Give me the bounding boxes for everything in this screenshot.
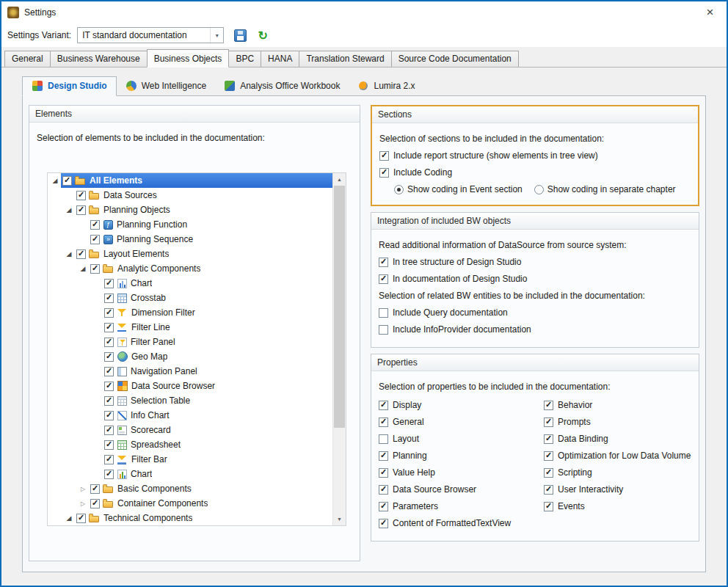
checkbox-row[interactable]: General xyxy=(379,417,544,427)
tree-item-body[interactable]: Chart xyxy=(103,276,333,291)
tree-item[interactable]: Navigation Panel xyxy=(48,364,333,379)
tree-item[interactable]: Scorecard xyxy=(48,423,333,437)
tree-item-body[interactable]: Selection Table xyxy=(103,393,333,408)
main-tab[interactable]: BPC xyxy=(228,51,261,67)
checkbox-row[interactable]: Display xyxy=(379,400,544,410)
checkbox[interactable] xyxy=(544,468,553,478)
tree-item-checkbox[interactable] xyxy=(90,264,100,274)
tree-item[interactable]: Chart xyxy=(48,467,333,481)
checkbox-row[interactable]: In tree structure of Design Studio xyxy=(379,257,691,267)
tree-item-body[interactable]: Planning Sequence xyxy=(89,232,333,247)
main-tab[interactable]: Business Objects xyxy=(147,49,230,68)
checkbox[interactable] xyxy=(379,325,388,335)
tree-item[interactable]: ◢ Planning Objects xyxy=(48,203,333,217)
checkbox-row[interactable]: Prompts xyxy=(544,417,691,427)
expand-toggle-icon[interactable]: ▷ xyxy=(77,500,89,507)
tree-item-body[interactable]: Geo Map xyxy=(103,349,333,364)
tree-item-checkbox[interactable] xyxy=(76,514,86,523)
checkbox[interactable] xyxy=(544,502,553,511)
chevron-down-icon[interactable] xyxy=(210,28,223,43)
tree-item-body[interactable]: Navigation Panel xyxy=(103,364,333,379)
checkbox[interactable] xyxy=(379,274,388,284)
tree-item[interactable]: Filter Panel xyxy=(48,335,333,349)
tree-item[interactable]: Planning Sequence xyxy=(48,232,333,247)
tree-item[interactable]: Info Chart xyxy=(48,408,333,423)
expand-toggle-icon[interactable]: ◢ xyxy=(49,177,61,184)
tree-item-body[interactable]: Spreadsheet xyxy=(103,437,333,452)
tree-item-checkbox[interactable] xyxy=(104,294,114,303)
sub-tab[interactable]: Analysis Office Workbook xyxy=(215,77,349,95)
tree-item-checkbox[interactable] xyxy=(104,396,114,406)
tree-item-body[interactable]: Filter Bar xyxy=(103,452,333,467)
sub-tab[interactable]: Design Studio xyxy=(22,76,117,96)
refresh-button[interactable] xyxy=(255,28,270,43)
tree-item-body[interactable]: Info Chart xyxy=(103,408,333,423)
tree-item-body[interactable]: Basic Components xyxy=(89,481,333,496)
tree-item[interactable]: Planning Function xyxy=(48,217,333,232)
tree-item-checkbox[interactable] xyxy=(76,191,86,200)
tree-item[interactable]: Data Source Browser xyxy=(48,379,333,393)
elements-tree[interactable]: ◢ All Elements Data Sources ◢ Planning O… xyxy=(47,172,346,526)
expand-toggle-icon[interactable]: ◢ xyxy=(63,206,75,214)
checkbox-row[interactable]: Include Query documentation xyxy=(379,307,691,318)
main-tab[interactable]: General xyxy=(4,51,51,67)
tree-item-checkbox[interactable] xyxy=(104,455,114,464)
variant-combobox[interactable]: IT standard documentation xyxy=(77,27,224,43)
tree-item-body[interactable]: Planning Objects xyxy=(75,203,333,217)
checkbox[interactable] xyxy=(379,502,388,511)
tree-item-checkbox[interactable] xyxy=(90,220,100,230)
tree-item[interactable]: ◢ Technical Components xyxy=(48,511,333,525)
checkbox[interactable] xyxy=(544,451,553,461)
sub-tab[interactable]: Web Intelligence xyxy=(117,77,216,95)
checkbox[interactable] xyxy=(544,434,553,444)
tree-item-checkbox[interactable] xyxy=(104,367,114,376)
tree-item-checkbox[interactable] xyxy=(76,205,86,215)
checkbox[interactable] xyxy=(379,451,388,461)
tree-item-body[interactable]: Crosstab xyxy=(103,291,333,305)
checkbox[interactable] xyxy=(544,418,553,427)
tree-item[interactable]: Filter Bar xyxy=(48,452,333,467)
tree-item[interactable]: Filter Line xyxy=(48,320,333,335)
tree-item-checkbox[interactable] xyxy=(62,176,72,186)
tree-item-checkbox[interactable] xyxy=(104,338,114,347)
main-tab[interactable]: Source Code Documentation xyxy=(391,51,519,67)
checkbox[interactable] xyxy=(379,401,388,410)
expand-toggle-icon[interactable]: ◢ xyxy=(63,514,75,522)
checkbox[interactable] xyxy=(379,485,388,495)
checkbox[interactable] xyxy=(379,418,388,427)
checkbox-row[interactable]: Content of FormattedTextView xyxy=(379,518,544,528)
tree-item-checkbox[interactable] xyxy=(104,411,114,420)
checkbox[interactable] xyxy=(379,151,389,161)
main-tab[interactable]: HANA xyxy=(261,51,299,67)
checkbox-row[interactable]: In documentation of Design Studio xyxy=(379,274,691,284)
tree-item-body[interactable]: Technical Components xyxy=(75,511,333,525)
checkbox[interactable] xyxy=(379,519,388,528)
scroll-down-icon[interactable] xyxy=(333,513,346,525)
tree-item-body[interactable]: Data Sources xyxy=(75,188,333,203)
tree-item-body[interactable]: Layout Elements xyxy=(75,247,333,261)
tree-item-body[interactable]: Data Source Browser xyxy=(103,379,333,393)
tree-item[interactable]: ▷ Container Components xyxy=(48,496,333,511)
checkbox-row[interactable]: Scripting xyxy=(544,467,691,478)
radio-option[interactable]: Show coding in separate chapter xyxy=(534,184,676,194)
tree-item-checkbox[interactable] xyxy=(104,426,114,435)
scrollbar-thumb[interactable] xyxy=(334,186,345,428)
checkbox[interactable] xyxy=(379,434,388,444)
tree-item[interactable]: Dimension Filter xyxy=(48,305,333,320)
radio-button[interactable] xyxy=(394,185,404,194)
tree-item-body[interactable]: Filter Line xyxy=(103,320,333,335)
tree-item-body[interactable]: All Elements xyxy=(61,173,333,188)
main-tab[interactable]: Business Warehouse xyxy=(50,51,148,67)
scroll-up-icon[interactable] xyxy=(333,173,346,186)
checkbox-row[interactable]: Include report structure (show elements … xyxy=(379,150,691,161)
tree-item-checkbox[interactable] xyxy=(90,499,100,508)
checkbox-row[interactable]: Value Help xyxy=(379,467,544,478)
tree-item-checkbox[interactable] xyxy=(76,249,86,259)
expand-toggle-icon[interactable]: ◢ xyxy=(63,250,75,258)
tree-item-body[interactable]: Dimension Filter xyxy=(103,305,333,320)
checkbox-row[interactable]: Data Binding xyxy=(544,434,691,444)
checkbox[interactable] xyxy=(379,258,388,267)
tree-item-body[interactable]: Container Components xyxy=(89,496,333,511)
tree-item-checkbox[interactable] xyxy=(104,440,114,450)
checkbox[interactable] xyxy=(544,401,553,410)
